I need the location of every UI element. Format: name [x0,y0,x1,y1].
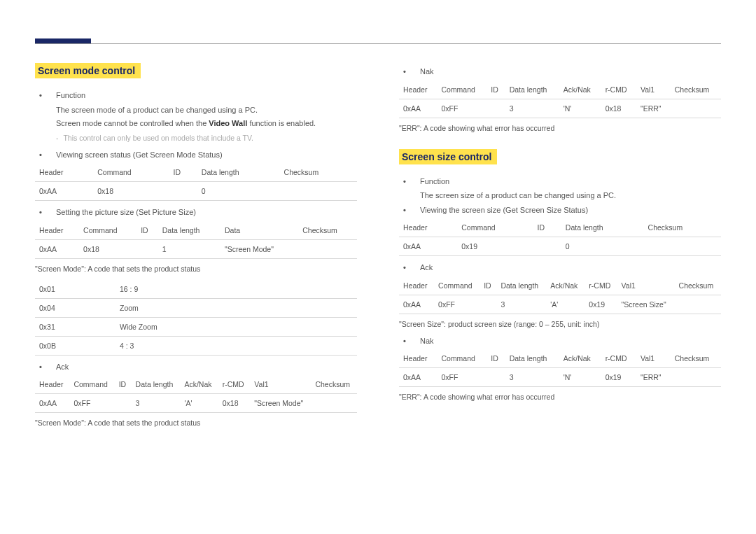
desc-err-top: "ERR": A code showing what error has occ… [399,124,721,132]
td [486,368,505,387]
td: 0x19 [584,295,617,314]
bullet-icon: • [39,90,49,101]
th: Header [399,349,437,368]
th: Val1 [250,375,311,394]
td: 'A' [546,295,584,314]
table-ack-screen-size: Header Command ID Data length Ack/Nak r-… [399,276,721,314]
function-desc-2: Screen mode cannot be controlled when th… [56,118,357,129]
two-column-layout: Screen mode control • Function The scree… [35,63,721,434]
th: Command [457,218,533,237]
td [533,237,561,256]
td: 0xAA [35,182,93,201]
table-row: 0xAA 0xFF 3 'N' 0x18 "ERR" [399,99,721,118]
td: 0xAA [35,394,69,413]
td [280,182,357,201]
td [671,368,721,387]
td: 0x04 [35,298,115,317]
th: Val1 [636,80,671,99]
table-row: 0x04Zoom [35,298,357,317]
table-row: Header Command ID Data length Data Check… [35,221,357,240]
bullet-label: Nak [420,335,434,347]
th: Data [220,221,298,240]
bullet-icon: • [39,206,49,218]
table-row: Header Command ID Data length Checksum [35,163,357,182]
th: r-CMD [584,276,617,295]
th: Ack/Nak [559,80,601,99]
th: ID [169,163,197,182]
bullet-icon: • [403,204,413,216]
td [486,99,505,118]
th: ID [136,221,158,240]
function-desc-size: The screen size of a product can be chan… [420,190,721,202]
desc-screen-mode-code: "Screen Mode": A code that sets the prod… [35,265,357,273]
th: Data length [496,276,546,295]
td [136,239,158,258]
td [479,295,496,314]
section-title-screen-size: Screen size control [399,149,497,164]
bullet-label: Ack [56,361,69,373]
th: ID [486,349,505,368]
td: 0xAA [35,239,79,258]
th: ID [486,80,505,99]
td: 0x31 [35,317,115,336]
bullet-icon: • [39,149,49,161]
note-tv-models: This control can only be used on models … [56,134,357,142]
td: 3 [505,99,559,118]
bullet-label: Viewing the screen size (Get Screen Size… [420,204,588,216]
th: Header [35,163,93,182]
td: 3 [505,368,559,387]
bullet-icon: • [39,361,49,373]
desc-ack-screen-mode: "Screen Mode": A code that sets the prod… [35,419,357,427]
th: Checksum [311,375,357,394]
th: Checksum [280,163,357,182]
th: Command [69,375,114,394]
td: 0x19 [601,368,636,387]
td: 4 : 3 [115,336,357,355]
td: 'A' [180,394,218,413]
th: Ack/Nak [546,276,584,295]
th: Val1 [617,276,675,295]
th: Header [35,375,69,394]
bullet-label: Viewing screen status (Get Screen Mode S… [56,149,223,161]
td: 0 [561,237,644,256]
th: Data length [505,80,559,99]
bullet-icon: • [403,335,413,347]
td: Wide Zoom [115,317,357,336]
th: Checksum [671,80,721,99]
table-get-screen-size: Header Command ID Data length Checksum 0… [399,218,721,256]
td [298,239,357,258]
th: Checksum [671,349,721,368]
td: 0x18 [218,394,251,413]
bullet-view-size: • Viewing the screen size (Get Screen Si… [403,204,721,216]
td: 0xAA [399,295,434,314]
desc-err-size: "ERR": A code showing what error has occ… [399,393,721,401]
section-title-screen-mode: Screen mode control [35,63,141,78]
td: 0x01 [35,280,115,299]
table-ack-screen-mode: Header Command ID Data length Ack/Nak r-… [35,375,357,413]
table-row: 0xAA 0x18 0 [35,182,357,201]
td: "Screen Size" [617,295,675,314]
td: 3 [496,295,546,314]
table-row: Header Command ID Data length Ack/Nak r-… [399,80,721,99]
th: ID [479,276,496,295]
table-get-screen-mode: Header Command ID Data length Checksum 0… [35,163,357,201]
td: 16 : 9 [115,280,357,299]
th: r-CMD [601,80,636,99]
bullet-label: Nak [420,66,434,78]
td: 'N' [559,368,601,387]
function-desc-1: The screen mode of a product can be chan… [56,104,357,116]
th: Data length [197,163,280,182]
td: 0xAA [399,368,437,387]
th: ID [533,218,561,237]
text-part: Screen mode cannot be controlled when th… [56,119,209,127]
td: 0x18 [79,239,136,258]
td [675,295,721,314]
th: Command [434,276,479,295]
bullet-viewing-status: • Viewing screen status (Get Screen Mode… [39,149,357,161]
td [644,237,721,256]
td [671,99,721,118]
table-row: 0x31Wide Zoom [35,317,357,336]
th: Data length [158,221,220,240]
td: 0xFF [437,368,486,387]
right-column: • Nak Header Command ID Data length Ack/… [399,63,721,434]
